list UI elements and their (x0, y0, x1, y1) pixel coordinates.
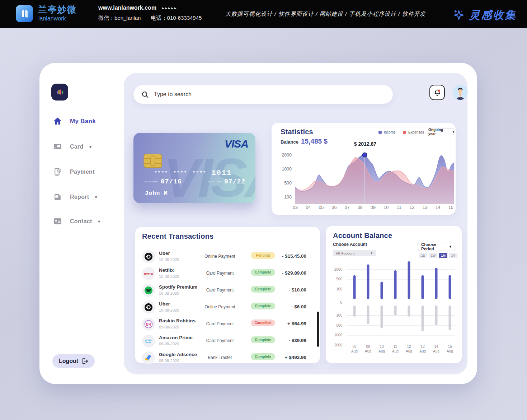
svg-text:06: 06 (332, 205, 337, 210)
svg-text:2000: 2000 (334, 261, 343, 261)
bank-card[interactable]: VISA VISA **** **** **** 1011 VALID FROM… (133, 133, 255, 203)
user-avatar[interactable] (453, 85, 468, 100)
account-select[interactable]: All Account ▼ (333, 250, 376, 256)
svg-text:12: 12 (410, 205, 415, 210)
page: 兰亭妙微 lanlanwork www.lanlanwork.com ▸▸▸▸▸… (0, 0, 527, 420)
phone-number: 电话：010-63334945 (151, 15, 202, 21)
svg-text:13: 13 (420, 345, 425, 349)
transaction-method: Card Payment (198, 271, 241, 276)
status-badge: Complete (251, 269, 275, 276)
svg-text:Aug: Aug (406, 349, 412, 353)
card-chip-icon (143, 154, 162, 168)
svg-text:2000: 2000 (282, 153, 292, 158)
svg-text:100: 100 (336, 313, 342, 317)
account-balance-bar-chart[interactable]: 2000200010001000500500100100008Aug09Aug1… (326, 261, 462, 358)
transaction-name: Spotify Premium (159, 284, 197, 290)
transaction-amount: + $493.90 (285, 355, 306, 360)
sparkle-icon (451, 8, 466, 22)
svg-text:03: 03 (293, 205, 298, 210)
visa-logo: VISA (225, 138, 248, 150)
contact-info: 微信：ben_lanlan 电话：010-63334945 (98, 15, 210, 22)
website-link[interactable]: www.lanlanwork.com (98, 5, 156, 11)
sidebar-item-my-bank[interactable]: My Bank (53, 117, 96, 126)
sidebar-item-contact[interactable]: Contact ▼ (53, 217, 101, 226)
status-badge: Complete (251, 303, 275, 309)
card-icon (53, 142, 62, 151)
website-arrows-icon: ▸▸▸▸▸ (162, 6, 178, 10)
chevron-down-icon: ▼ (449, 245, 452, 248)
logout-button[interactable]: Logout (52, 354, 95, 368)
transaction-row[interactable]: BRBaskin Robbins09-08-2020Card PaymentCa… (135, 317, 320, 333)
transaction-row[interactable]: Uber10-08-2020Online PaymentPending- $15… (135, 249, 320, 266)
transaction-method: Bank Trasfer (198, 355, 241, 360)
transactions-panel: Recent Transactions Uber10-08-2020Online… (135, 227, 320, 363)
period-button-1m[interactable]: 1M (439, 253, 447, 258)
transaction-method: Online Payment (198, 304, 241, 309)
period-button-1d[interactable]: 1D (419, 253, 427, 258)
period-button-1w[interactable]: 1W (429, 253, 437, 258)
valid-thru-date: 07/22 (224, 178, 245, 185)
statistics-area-chart[interactable]: 2000100050010003040506070809101112131415 (272, 123, 456, 215)
bell-icon (433, 89, 441, 97)
search-input[interactable] (154, 91, 369, 98)
sidebar-item-card[interactable]: Card ▼ (53, 142, 93, 151)
status-badge: Cancelled (251, 319, 275, 326)
valid-from-label: VALID FROM (144, 181, 157, 183)
home-icon (53, 117, 62, 126)
chevron-down-icon: ▼ (97, 219, 101, 224)
inspiration-collect-label: 灵感收集 (469, 8, 517, 23)
svg-text:500: 500 (284, 181, 292, 186)
transaction-row[interactable]: Google Adsence08-08-2020Bank TrasferComp… (135, 350, 320, 367)
uber-icon (142, 301, 155, 314)
svg-text:09: 09 (371, 205, 376, 210)
search-bar[interactable] (133, 85, 393, 104)
app-logo[interactable] (51, 84, 68, 101)
svg-text:0: 0 (340, 300, 342, 304)
transaction-amount: + $64.99 (287, 321, 306, 326)
status-badge: Complete (251, 286, 275, 293)
sidebar-item-report[interactable]: Report ▼ (53, 192, 98, 201)
svg-text:Aug: Aug (392, 349, 399, 353)
svg-text:15: 15 (448, 205, 453, 210)
svg-text:1000: 1000 (282, 167, 292, 172)
svg-text:100: 100 (284, 195, 292, 200)
svg-text:07: 07 (345, 205, 350, 210)
transaction-row[interactable]: Spotify Premium10-08-2020Card PaymentCom… (135, 283, 320, 300)
transactions-title: Recent Transactions (142, 232, 213, 241)
transaction-row[interactable]: primeAmazon Prime08-08-2020Card PaymentC… (135, 333, 320, 350)
period-buttons: 1D1W1M1Y (419, 253, 457, 258)
baskin-icon: BR (142, 318, 155, 331)
wechat-id: 微信：ben_lanlan (98, 15, 141, 21)
services-list: 大数据可视化设计 / 软件界面设计 / 网站建设 / 手机及小程序设计 / 软件… (225, 10, 426, 18)
period-button-1y[interactable]: 1Y (449, 253, 457, 258)
card-number: **** **** **** 1011 (154, 169, 232, 177)
svg-text:500: 500 (336, 277, 342, 281)
sidebar-item-label: Payment (70, 169, 95, 175)
transaction-name: Google Adsence (159, 352, 197, 357)
svg-text:12: 12 (407, 345, 411, 349)
transaction-amount: - $39.99 (288, 338, 306, 343)
notifications-button[interactable] (429, 85, 445, 100)
account-balance-panel: Account Balance Choose Account All Accou… (326, 226, 462, 363)
transaction-date: 08-08-2020 (159, 342, 179, 346)
sidebar-item-payment[interactable]: $ Payment (53, 167, 95, 176)
sidebar-item-label: Report (70, 194, 89, 200)
transaction-amount: - $6.00 (291, 304, 306, 309)
account-balance-title: Account Balance (333, 232, 392, 240)
svg-text:13: 13 (423, 205, 428, 210)
transaction-row[interactable]: NETFLIXNetflix10-08-2020Card PaymentComp… (135, 266, 320, 283)
adsense-icon (142, 351, 155, 364)
transaction-row[interactable]: Uber10-08-2020Online PaymentComplete- $6… (135, 300, 320, 317)
choose-period-dropdown[interactable]: Choose Period ▼ (418, 243, 455, 250)
choose-account-label: Choose Account (333, 242, 367, 247)
status-badge: Complete (251, 353, 275, 360)
svg-text:2000: 2000 (334, 343, 343, 347)
transaction-name: Baskin Robbins (159, 318, 196, 323)
sidebar-item-label: Contact (70, 218, 92, 225)
svg-text:Aug: Aug (378, 349, 385, 353)
netflix-icon: NETFLIX (142, 267, 155, 280)
sidebar-item-label: Card (70, 144, 84, 150)
transactions-scrollbar[interactable] (317, 312, 319, 347)
svg-text:500: 500 (336, 323, 342, 327)
card-holder-name: John M (145, 190, 168, 197)
